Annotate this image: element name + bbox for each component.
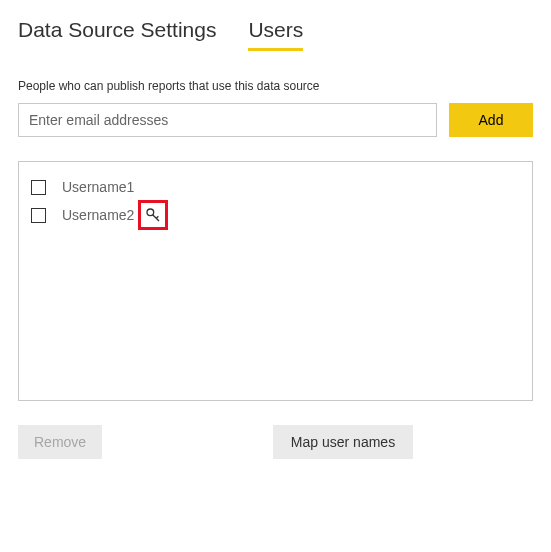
- user-name-label: Username1: [62, 179, 134, 195]
- tab-users[interactable]: Users: [248, 18, 303, 51]
- svg-line-1: [153, 215, 159, 221]
- remove-button[interactable]: Remove: [18, 425, 102, 459]
- key-icon: [145, 207, 161, 223]
- tabs-container: Data Source Settings Users: [18, 18, 533, 51]
- list-item: Username1: [31, 174, 520, 200]
- tab-data-source-settings[interactable]: Data Source Settings: [18, 18, 216, 51]
- checkbox[interactable]: [31, 180, 46, 195]
- add-button[interactable]: Add: [449, 103, 533, 137]
- add-user-row: Add: [18, 103, 533, 137]
- svg-line-2: [157, 216, 159, 218]
- user-name-label: Username2: [62, 207, 134, 223]
- highlight-box: [138, 200, 168, 230]
- user-list: Username1 Username2: [18, 161, 533, 401]
- action-row: Remove Map user names: [18, 425, 413, 459]
- email-input[interactable]: [18, 103, 437, 137]
- map-user-names-button[interactable]: Map user names: [273, 425, 413, 459]
- section-description: People who can publish reports that use …: [18, 79, 533, 93]
- list-item: Username2: [31, 202, 520, 228]
- checkbox[interactable]: [31, 208, 46, 223]
